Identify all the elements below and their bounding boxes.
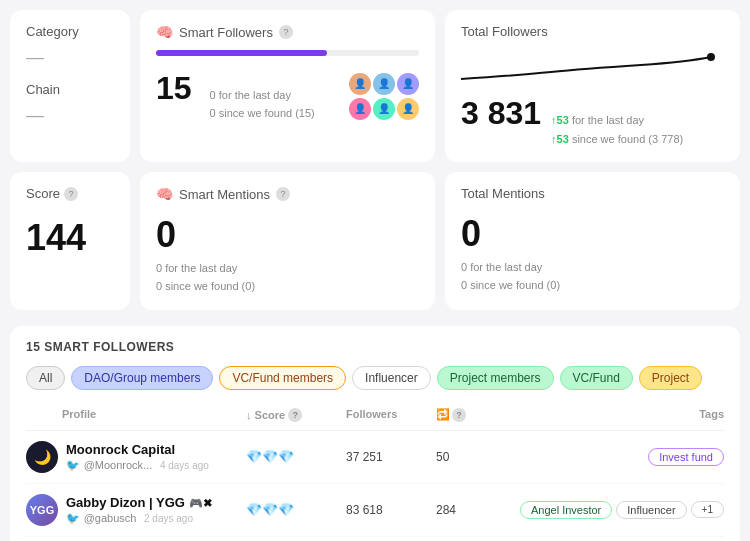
sf-count: 15	[156, 70, 192, 107]
tf-count: 3 831	[461, 95, 541, 132]
sf-avatars: 👤 👤 👤 👤 👤 👤	[349, 73, 419, 120]
smart-mentions-card: 🧠 Smart Mentions ? 0 0 for the last day …	[140, 172, 435, 309]
progress-bar-container	[156, 50, 419, 56]
col-tags-header: Tags	[496, 408, 724, 422]
tag-plus: +1	[691, 501, 724, 518]
profile-info: Gabby Dizon | YGG 🎮✖ 🐦 @gabusch 2 days a…	[66, 495, 212, 525]
score-value: 144	[26, 217, 114, 259]
chain-label: Chain	[26, 82, 114, 97]
score-label: Score	[26, 186, 60, 201]
filter-vc-fund[interactable]: VC/Fund	[560, 366, 633, 390]
score-col-info-icon[interactable]: ?	[288, 408, 302, 422]
sf-info-icon[interactable]: ?	[279, 25, 293, 39]
twitter-icon: 🐦	[66, 459, 80, 471]
sm-stat1: 0 for the last day	[156, 260, 419, 278]
category-label: Category	[26, 24, 114, 39]
filter-vc-fund-members[interactable]: VC/Fund members	[219, 366, 346, 390]
profile-cell: 🌙 Moonrock Capital 🐦 @Moonrock... 4 days…	[26, 441, 246, 473]
avatar-row-2: 👤 👤 👤	[349, 98, 419, 120]
chain-value: —	[26, 105, 114, 126]
section-title: 15 SMART FOLLOWERS	[26, 340, 724, 354]
tf-bottom: 3 831 ↑53 for the last day ↑53 since we …	[461, 95, 724, 148]
tf-up2: ↑53	[551, 133, 569, 145]
emoji-icons: 🎮✖	[189, 497, 212, 509]
tags-cell: Invest fund	[496, 448, 724, 466]
col-smart-header: 🔁 ?	[436, 408, 496, 422]
tf-header: Total Followers	[461, 24, 724, 39]
table-body: 🌙 Moonrock Capital 🐦 @Moonrock... 4 days…	[26, 431, 724, 541]
sf-stats: 0 for the last day 0 since we found (15)	[210, 87, 315, 122]
avatar-4: 👤	[349, 98, 371, 120]
col-followers-header: Followers	[346, 408, 436, 422]
sm-header: 🧠 Smart Mentions ?	[156, 186, 419, 202]
avatar: 🌙	[26, 441, 58, 473]
filter-dao[interactable]: DAO/Group members	[71, 366, 213, 390]
avatar-row-1: 👤 👤 👤	[349, 73, 419, 95]
score-cell: 💎💎💎	[246, 449, 346, 464]
profile-time: 2 days ago	[144, 513, 193, 524]
sf-bottom: 15 0 for the last day 0 since we found (…	[156, 70, 419, 122]
sm-info-icon[interactable]: ?	[276, 187, 290, 201]
category-value: —	[26, 47, 114, 68]
sf-title: Smart Followers	[179, 25, 273, 40]
avatar: YGG	[26, 494, 58, 526]
sf-stat2: 0 since we found (15)	[210, 105, 315, 123]
total-followers-card: Total Followers 3 831 ↑53 for the last d…	[445, 10, 740, 162]
bottom-grid: Score ? 144 🧠 Smart Mentions ? 0 0 for t…	[10, 172, 740, 309]
col-profile-header: Profile	[26, 408, 246, 422]
tm-count: 0	[461, 213, 724, 255]
twitter-icon: 🐦	[66, 512, 80, 524]
tf-stat2: ↑53 since we found (3 778)	[551, 130, 683, 149]
profile-handle-time: 🐦 @Moonrock... 4 days ago	[66, 457, 209, 472]
followers-section: 15 SMART FOLLOWERS All DAO/Group members…	[10, 326, 740, 541]
filter-all[interactable]: All	[26, 366, 65, 390]
filter-row: All DAO/Group members VC/Fund members In…	[26, 366, 724, 390]
smart-col-info-icon[interactable]: ?	[452, 408, 466, 422]
table-header: Profile ↓ Score ? Followers 🔁 ? Tags	[26, 404, 724, 431]
smart-num: 284	[436, 503, 496, 517]
tag-influencer: Influencer	[616, 501, 686, 519]
profile-name: Moonrock Capital	[66, 442, 209, 457]
sm-stat2: 0 since we found (0)	[156, 278, 419, 296]
tm-stats: 0 for the last day 0 since we found (0)	[461, 259, 724, 294]
top-grid: Category — Chain — 🧠 Smart Followers ? 1…	[10, 10, 740, 162]
filter-influencer[interactable]: Influencer	[352, 366, 431, 390]
table-row: YGG Gabby Dizon | YGG 🎮✖ 🐦 @gabusch 2 da…	[26, 484, 724, 537]
progress-bar	[156, 50, 327, 56]
dashboard: Category — Chain — 🧠 Smart Followers ? 1…	[0, 0, 750, 541]
brain-icon: 🧠	[156, 24, 173, 40]
followers-num: 83 618	[346, 503, 436, 517]
sm-stats: 0 for the last day 0 since we found (0)	[156, 260, 419, 295]
filter-project-members[interactable]: Project members	[437, 366, 554, 390]
sm-title: Smart Mentions	[179, 187, 270, 202]
avatar-6: 👤	[397, 98, 419, 120]
tf-up1: ↑53	[551, 114, 569, 126]
tf-stats: ↑53 for the last day ↑53 since we found …	[551, 111, 683, 148]
tm-header: Total Mentions	[461, 186, 724, 201]
profile-handle-time: 🐦 @gabusch 2 days ago	[66, 510, 212, 525]
tm-stat2: 0 since we found (0)	[461, 277, 724, 295]
avatar-1: 👤	[349, 73, 371, 95]
sf-stat1: 0 for the last day	[210, 87, 315, 105]
tm-stat1: 0 for the last day	[461, 259, 724, 277]
tf-chart	[461, 47, 724, 87]
tag: Invest fund	[648, 448, 724, 466]
profile-info: Moonrock Capital 🐦 @Moonrock... 4 days a…	[66, 442, 209, 472]
profile-handle: @Moonrock...	[84, 459, 153, 471]
sf-header: 🧠 Smart Followers ?	[156, 24, 419, 40]
avatar-5: 👤	[373, 98, 395, 120]
table-row: 🌙 Moonrock Capital 🐦 @Moonrock... 4 days…	[26, 431, 724, 484]
sm-brain-icon: 🧠	[156, 186, 173, 202]
score-header: Score ?	[26, 186, 114, 201]
tf-stat1: ↑53 for the last day	[551, 111, 683, 130]
smart-followers-card: 🧠 Smart Followers ? 15 0 for the last da…	[140, 10, 435, 162]
profile-name: Gabby Dizon | YGG 🎮✖	[66, 495, 212, 510]
tag-angel: Angel Investor	[520, 501, 612, 519]
category-chain-card: Category — Chain —	[10, 10, 130, 162]
profile-time: 4 days ago	[160, 460, 209, 471]
avatar-2: 👤	[373, 73, 395, 95]
filter-project[interactable]: Project	[639, 366, 702, 390]
score-info-icon[interactable]: ?	[64, 187, 78, 201]
avatar-3: 👤	[397, 73, 419, 95]
total-mentions-card: Total Mentions 0 0 for the last day 0 si…	[445, 172, 740, 309]
